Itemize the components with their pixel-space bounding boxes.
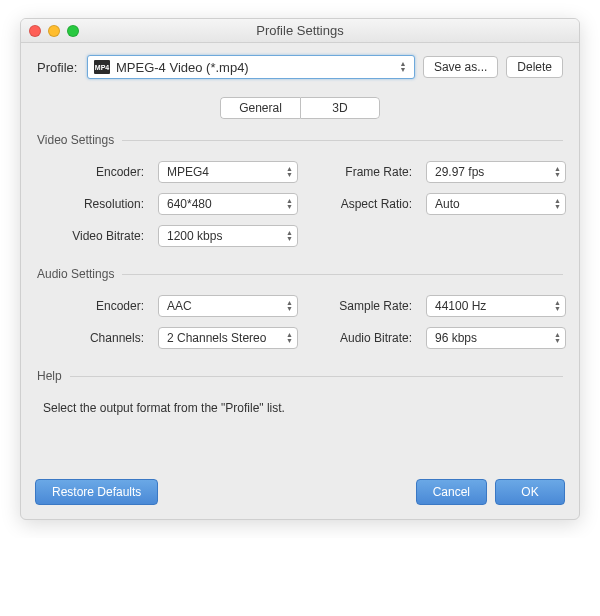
audio-settings-label: Audio Settings [37,267,114,281]
window-title: Profile Settings [21,23,579,38]
sample-rate-value: 44100 Hz [435,299,486,313]
chevron-up-down-icon: ▲▼ [286,166,293,178]
profile-label: Profile: [37,60,79,75]
help-label: Help [37,369,62,383]
chevron-up-down-icon: ▲▼ [554,198,561,210]
restore-defaults-button[interactable]: Restore Defaults [35,479,158,505]
resolution-value: 640*480 [167,197,212,211]
tab-segmented-control: General 3D [220,97,380,119]
divider [122,140,563,141]
delete-button[interactable]: Delete [506,56,563,78]
chevron-up-down-icon: ▲▼ [286,198,293,210]
video-encoder-label: Encoder: [44,165,144,179]
chevron-up-down-icon: ▲▼ [554,332,561,344]
sample-rate-label: Sample Rate: [312,299,412,313]
audio-bitrate-value: 96 kbps [435,331,477,345]
chevron-up-down-icon: ▲▼ [554,166,561,178]
audio-bitrate-label: Audio Bitrate: [312,331,412,345]
help-group: Help Select the output format from the "… [37,369,563,415]
chevron-up-down-icon: ▲▼ [554,300,561,312]
audio-settings-group: Audio Settings Encoder: AAC ▲▼ Sample Ra… [37,267,563,349]
audio-encoder-value: AAC [167,299,192,313]
audio-settings-header: Audio Settings [37,267,563,281]
audio-bitrate-select[interactable]: 96 kbps ▲▼ [426,327,566,349]
video-bitrate-value: 1200 kbps [167,229,222,243]
audio-encoder-select[interactable]: AAC ▲▼ [158,295,298,317]
frame-rate-label: Frame Rate: [312,165,412,179]
cancel-button[interactable]: Cancel [416,479,487,505]
content-area: Profile: MP4 MPEG-4 Video (*.mp4) ▲▼ Sav… [21,43,579,469]
resolution-select[interactable]: 640*480 ▲▼ [158,193,298,215]
video-encoder-select[interactable]: MPEG4 ▲▼ [158,161,298,183]
video-bitrate-label: Video Bitrate: [44,229,144,243]
aspect-ratio-label: Aspect Ratio: [312,197,412,211]
profile-dropdown[interactable]: MP4 MPEG-4 Video (*.mp4) ▲▼ [87,55,415,79]
chevron-up-down-icon: ▲▼ [286,300,293,312]
resolution-label: Resolution: [44,197,144,211]
sample-rate-select[interactable]: 44100 Hz ▲▼ [426,295,566,317]
mpeg-icon: MP4 [94,60,110,74]
chevron-up-down-icon: ▲▼ [286,332,293,344]
help-text: Select the output format from the "Profi… [37,397,563,415]
profile-value: MPEG-4 Video (*.mp4) [116,60,249,75]
video-settings-label: Video Settings [37,133,114,147]
frame-rate-select[interactable]: 29.97 fps ▲▼ [426,161,566,183]
divider [122,274,563,275]
video-settings-group: Video Settings Encoder: MPEG4 ▲▼ Frame R… [37,133,563,247]
video-bitrate-select[interactable]: 1200 kbps ▲▼ [158,225,298,247]
help-header: Help [37,369,563,383]
ok-button[interactable]: OK [495,479,565,505]
profile-row: Profile: MP4 MPEG-4 Video (*.mp4) ▲▼ Sav… [37,55,563,79]
video-settings-header: Video Settings [37,133,563,147]
tab-general[interactable]: General [220,97,300,119]
save-as-button[interactable]: Save as... [423,56,498,78]
titlebar: Profile Settings [21,19,579,43]
aspect-ratio-value: Auto [435,197,460,211]
tab-row: General 3D [37,97,563,119]
divider [70,376,563,377]
channels-label: Channels: [44,331,144,345]
video-encoder-value: MPEG4 [167,165,209,179]
chevron-up-down-icon: ▲▼ [286,230,293,242]
tab-3d[interactable]: 3D [300,97,380,119]
channels-value: 2 Channels Stereo [167,331,266,345]
chevron-up-down-icon: ▲▼ [396,61,410,73]
frame-rate-value: 29.97 fps [435,165,484,179]
channels-select[interactable]: 2 Channels Stereo ▲▼ [158,327,298,349]
audio-encoder-label: Encoder: [44,299,144,313]
aspect-ratio-select[interactable]: Auto ▲▼ [426,193,566,215]
footer: Restore Defaults Cancel OK [21,469,579,519]
profile-settings-window: Profile Settings Profile: MP4 MPEG-4 Vid… [20,18,580,520]
